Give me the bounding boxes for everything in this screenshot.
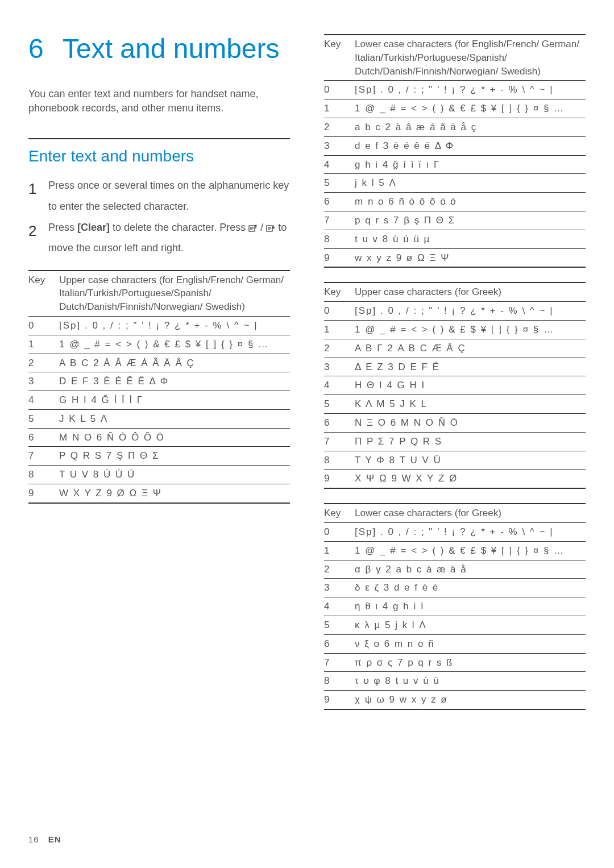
cell-key: 6 [324,634,355,653]
cell-chars: A B C 2 À Â Æ Á Ã Ä Å Ç [59,354,290,372]
cell-chars: Ν Ξ Ο 6 M N O Ñ Ö [355,413,586,432]
table-row: 11 @ _ # = < > ( ) & € £ $ ¥ [ ] { } ¤ §… [324,541,586,560]
chapter-number: 6 [28,34,63,64]
table-row: 8T U V 8 Ù Ú Ü [28,466,290,484]
lower-greek-body: 0[Sp] . 0 , / : ; " ' ! ¡ ? ¿ * + - % \ … [324,522,586,709]
table-row: 8Τ Υ Φ 8 T U V Ü [324,451,586,470]
cell-chars: p q r s 7 β ş Π Θ Σ [355,211,586,230]
table-row: 9W X Y Z 9 Ø Ω Ξ Ψ [28,484,290,503]
cell-key: 4 [324,597,355,616]
phonebook-down-icon [266,224,275,232]
cell-key: 1 [324,541,355,560]
section-heading: Enter text and numbers [28,138,290,167]
cell-chars: Χ Ψ Ω 9 W X Y Z Ø [355,470,586,488]
table-row: 4η θ ι 4 g h i ì [324,597,586,616]
col-chars: Lower case characters (for English/Frenc… [355,35,586,81]
cell-chars: [Sp] . 0 , / : ; " ' ! ¡ ? ¿ * + - % \ ^… [355,522,586,541]
cell-chars: 1 @ _ # = < > ( ) & £ $ ¥ [ ] { } ¤ § … [355,320,586,339]
cell-key: 3 [324,358,355,376]
table-row: 5j k l 5 Λ [324,174,586,193]
table-row: 2a b c 2 à â æ á ã ä å ç [324,118,586,136]
cell-key: 9 [324,248,355,267]
col-chars: Lower case characters (for Greek) [355,504,586,522]
table-row: 11 @ _ # = < > ( ) & £ $ ¥ [ ] { } ¤ § … [324,320,586,339]
table-row: 11 @ _ # = < > ( ) & € £ $ ¥ [ ] { } ¤ §… [28,335,290,354]
step-number: 1 [28,178,48,199]
cell-chars: a b c 2 à â æ á ã ä å ç [355,118,586,136]
cell-chars: χ ψ ω 9 w x y z ø [355,691,586,709]
cell-chars: 1 @ _ # = < > ( ) & € £ $ ¥ [ ] { } ¤ § … [59,335,290,354]
table-row: 2Α Β Γ 2 A B C Æ Å Ç [324,339,586,358]
table-row: 7P Q R S 7 Ş Π Θ Σ [28,447,290,466]
cell-key: 7 [28,447,59,466]
table-row: 4G H I 4 Ğ Í Ï İ Γ [28,391,290,410]
cell-chars: δ ε ζ 3 d e f è é [355,579,586,597]
table-row: 3Δ Ε Ζ 3 D E F É [324,358,586,376]
cell-key: 8 [28,466,59,484]
cell-chars: [Sp] . 0 , / : ; " ' ! ¡ ? ¿ * + - % \ ^… [355,81,586,99]
col-key: Key [28,271,59,317]
cell-key: 0 [324,522,355,541]
cell-key: 7 [324,432,355,451]
table-row: 6ν ξ ο 6 m n o ñ [324,634,586,653]
cell-chars: Α Β Γ 2 A B C Æ Å Ç [355,339,586,358]
cell-key: 7 [324,211,355,230]
table-row: 3δ ε ζ 3 d e f è é [324,579,586,597]
col-key: Key [324,504,355,522]
cell-chars: τ υ φ 8 t u v ù ü [355,672,586,691]
upper-euro-table: Key Upper case characters (for English/F… [28,270,290,504]
cell-key: 1 [324,99,355,118]
cell-chars: η θ ι 4 g h i ì [355,597,586,616]
clear-key: [Clear] [77,222,110,233]
table-row: 2A B C 2 À Â Æ Á Ã Ä Å Ç [28,354,290,372]
cell-key: 9 [28,484,59,503]
cell-chars: Η Θ Ι 4 G H I [355,376,586,395]
intro-text: You can enter text and numbers for hands… [28,87,290,115]
cell-key: 8 [324,451,355,470]
cell-chars: Κ Λ Μ 5 J K L [355,395,586,414]
step-text-a: Press [48,222,77,233]
cell-chars: g h i 4 ğ í ì ï ı Γ [355,155,586,174]
upper-greek-body: 0[Sp] . 0 , / : ; " ' ! ¡ ? ¿ * + - % \ … [324,302,586,488]
table-row: 7π ρ σ ς 7 p q r s ß [324,653,586,672]
chapter-title: Text and numbers [63,34,280,64]
page-number: 16 [28,834,39,844]
cell-key: 0 [28,316,59,335]
lower-greek-table: Key Lower case characters (for Greek) 0[… [324,503,586,710]
table-row: 6Ν Ξ Ο 6 M N O Ñ Ö [324,413,586,432]
table-row: 7Π Ρ Σ 7 P Q R S [324,432,586,451]
cell-chars: 1 @ _ # = < > ( ) & € £ $ ¥ [ ] { } ¤ § … [355,99,586,118]
cell-chars: G H I 4 Ğ Í Ï İ Γ [59,391,290,410]
col-chars: Upper case characters (for Greek) [355,283,586,301]
lower-euro-table: Key Lower case characters (for English/F… [324,34,586,268]
cell-chars: w x y z 9 ø Ω Ξ Ψ [355,248,586,267]
cell-chars: P Q R S 7 Ş Π Θ Σ [59,447,290,466]
phonebook-up-icon [248,224,258,232]
cell-chars: κ λ μ 5 j k l Λ [355,616,586,634]
cell-chars: [Sp] . 0 , / : ; " ' ! ¡ ? ¿ * + - % \ ^… [355,302,586,321]
cell-key: 9 [324,691,355,709]
step-text: Press once or several times on the alpha… [48,180,289,211]
cell-key: 5 [324,174,355,193]
cell-key: 4 [324,376,355,395]
table-row: 3D E F 3 È É Ê Ë Δ Φ [28,372,290,391]
cell-chars: J K L 5 Λ [59,409,290,428]
cell-key: 5 [28,409,59,428]
table-row: 0[Sp] . 0 , / : ; " ' ! ¡ ? ¿ * + - % \ … [28,316,290,335]
cell-key: 9 [324,470,355,488]
cell-chars: Τ Υ Φ 8 T U V Ü [355,451,586,470]
cell-chars: Δ Ε Ζ 3 D E F É [355,358,586,376]
cell-key: 4 [324,155,355,174]
chapter-heading: 6Text and numbers [28,34,290,64]
cell-key: 1 [324,320,355,339]
col-chars: Upper case characters (for English/Frenc… [59,271,290,317]
upper-euro-body: 0[Sp] . 0 , / : ; " ' ! ¡ ? ¿ * + - % \ … [28,316,290,502]
cell-chars: M N O 6 Ñ Ó Ô Õ Ö [59,428,290,447]
cell-key: 7 [324,653,355,672]
cell-chars: Π Ρ Σ 7 P Q R S [355,432,586,451]
cell-chars: π ρ σ ς 7 p q r s ß [355,653,586,672]
col-key: Key [324,35,355,81]
cell-chars: m n o 6 ñ ó ô õ ö ò [355,193,586,211]
table-row: 6m n o 6 ñ ó ô õ ö ò [324,193,586,211]
lower-euro-body: 0[Sp] . 0 , / : ; " ' ! ¡ ? ¿ * + - % \ … [324,81,586,267]
